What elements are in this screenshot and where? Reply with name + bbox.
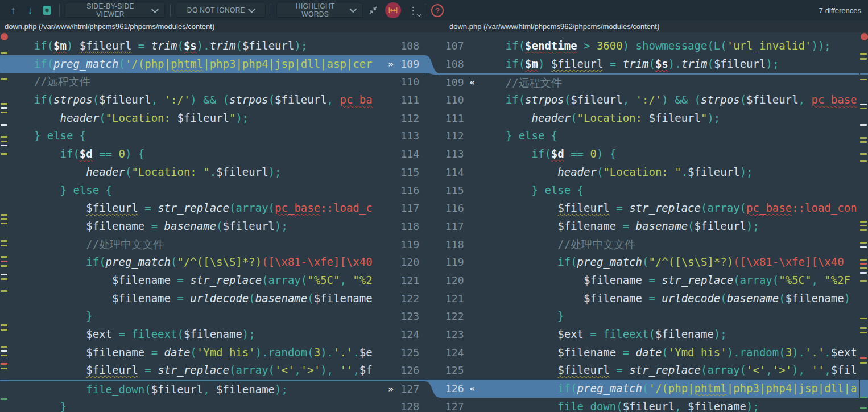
code-line-l-111[interactable]: if(strpos($fileurl, ':/') && (strpos($fi… [8, 91, 425, 109]
ignore-policy-dropdown[interactable]: DO NOT IGNORE [176, 3, 266, 18]
stripe-mark[interactable] [860, 362, 867, 364]
code-line-l-121[interactable]: $filename = str_replace(array("%5C", "%2… [8, 271, 425, 290]
code-line-l-117[interactable]: $fileurl = str_replace(array(pc_base::lo… [8, 199, 425, 217]
left-editor[interactable]: if($m) $fileurl = trim($s).trim($fileurl… [8, 32, 425, 412]
stripe-mark[interactable] [860, 332, 867, 333]
code-line-l-128[interactable]: }128 [8, 398, 425, 412]
stripe-mark[interactable] [1, 136, 7, 138]
stripe-mark[interactable] [1, 329, 7, 331]
stripe-mark[interactable] [1, 214, 7, 216]
viewer-mode-dropdown[interactable]: SIDE-BY-SIDE VIEWER [65, 3, 165, 18]
stripe-mark[interactable] [860, 380, 868, 398]
stripe-mark[interactable] [0, 55, 8, 73]
apply-change-chevron[interactable]: » [383, 381, 398, 398]
stripe-mark[interactable] [860, 137, 867, 139]
code-line-r-109[interactable]: 109« //远程文件 [440, 73, 859, 91]
apply-change-chevron[interactable]: « [465, 380, 480, 398]
code-line-l-112[interactable]: header("Location: $fileurl");112 [8, 109, 425, 127]
code-line-l-114[interactable]: if($d == 0) {114 [8, 145, 425, 163]
stripe-mark[interactable] [860, 153, 867, 155]
code-line-r-118[interactable]: 118 //处理中文文件 [440, 236, 859, 254]
code-line-l-118[interactable]: $filename = basename($fileurl);118 [8, 217, 425, 236]
error-indicator-ball[interactable] [861, 33, 868, 40]
stripe-mark[interactable] [860, 263, 867, 265]
stripe-mark[interactable] [860, 160, 867, 162]
stripe-mark[interactable] [1, 261, 7, 262]
stripe-mark[interactable] [0, 380, 8, 381]
code-line-r-108[interactable]: 108 if($m) $fileurl = trim($s).trim($fil… [440, 55, 859, 73]
stripe-mark[interactable] [1, 78, 7, 80]
code-line-l-108[interactable]: if($m) $fileurl = trim($s).trim($fileurl… [8, 37, 425, 55]
next-difference-button[interactable]: ↓ [22, 3, 39, 18]
code-line-r-120[interactable]: 120 $filename = str_replace(array("%5C",… [440, 271, 859, 290]
code-line-l-115[interactable]: header("Location: ".$fileurl);115 [8, 163, 425, 182]
right-editor[interactable]: 107 if($endtime > 3600) showmessage(L('u… [440, 32, 859, 412]
stripe-mark[interactable] [1, 103, 7, 105]
synchronize-scrolling-button[interactable] [385, 2, 401, 18]
more-options-button[interactable]: ⋮ [404, 3, 421, 18]
stripe-mark[interactable] [1, 398, 7, 400]
stripe-mark[interactable] [860, 108, 867, 109]
stripe-mark[interactable] [860, 246, 867, 248]
code-line-l-124[interactable]: $ext = fileext($filename);124 [8, 326, 425, 344]
code-line-l-113[interactable]: } else {113 [8, 127, 425, 145]
stripe-mark[interactable] [860, 73, 868, 75]
stripe-mark[interactable] [1, 153, 7, 155]
stripe-mark[interactable] [860, 259, 867, 261]
code-line-r-114[interactable]: 114 header("Location: ".$fileurl); [440, 163, 859, 182]
code-line-l-110[interactable]: //远程文件110 [8, 73, 425, 91]
stripe-mark[interactable] [1, 274, 7, 275]
code-line-l-125[interactable]: $filename = date('Ymd_his').random(3).'.… [8, 344, 425, 362]
code-line-l-127[interactable]: file_down($fileurl, $filename);»127 [8, 380, 425, 398]
highlight-mode-dropdown[interactable]: HIGHLIGHT WORDS [276, 3, 363, 18]
code-line-l-116[interactable]: } else {116 [8, 182, 425, 200]
code-line-r-116[interactable]: 116 $fileurl = str_replace(array(pc_base… [440, 199, 859, 217]
stripe-mark[interactable] [860, 141, 867, 143]
help-button[interactable]: ? [429, 3, 446, 18]
jump-to-source-button[interactable] [39, 3, 56, 18]
code-line-r-126[interactable]: 126« if(preg_match('/(php|phtml|php3|php… [440, 380, 859, 398]
code-line-r-112[interactable]: 112 } else { [440, 127, 859, 145]
stripe-mark[interactable] [860, 124, 867, 126]
code-line-r-107[interactable]: 107 if($endtime > 3600) showmessage(L('u… [440, 37, 859, 55]
stripe-mark[interactable] [1, 324, 7, 326]
stripe-mark[interactable] [860, 407, 867, 409]
previous-difference-button[interactable]: ↑ [5, 3, 22, 18]
stripe-mark[interactable] [860, 280, 867, 282]
stripe-mark[interactable] [860, 229, 867, 231]
stripe-mark[interactable] [860, 58, 867, 60]
stripe-mark[interactable] [1, 363, 7, 365]
code-line-r-110[interactable]: 110 if(strpos($fileurl, ':/') && (strpos… [440, 91, 859, 109]
error-indicator-ball[interactable] [1, 33, 8, 40]
stripe-mark[interactable] [1, 112, 7, 113]
code-line-l-109[interactable]: if(preg_match('/(php|phtml|php3|php4|jsp… [8, 55, 425, 73]
code-line-r-113[interactable]: 113 if($d == 0) { [440, 145, 859, 163]
stripe-mark[interactable] [1, 218, 7, 220]
code-line-r-123[interactable]: 123 $ext = fileext($filename); [440, 326, 859, 344]
stripe-mark[interactable] [860, 267, 867, 269]
code-line-r-125[interactable]: 125 $fileurl = str_replace(array('<','>'… [440, 361, 859, 380]
stripe-mark[interactable] [860, 53, 867, 55]
stripe-mark[interactable] [1, 245, 7, 246]
code-line-r-115[interactable]: 115 } else { [440, 182, 859, 200]
stripe-mark[interactable] [860, 357, 867, 359]
stripe-mark[interactable] [860, 272, 867, 274]
stripe-mark[interactable] [860, 242, 867, 244]
stripe-mark[interactable] [1, 278, 7, 280]
code-line-l-122[interactable]: $filename = urldecode(basename($filename… [8, 290, 425, 308]
stripe-mark[interactable] [860, 318, 867, 319]
stripe-mark[interactable] [1, 52, 7, 54]
stripe-mark[interactable] [860, 225, 867, 226]
code-line-r-124[interactable]: 124 $filename = date('Ymd_his').random(3… [440, 344, 859, 362]
code-line-r-121[interactable]: 121 $filename = urldecode(basename($file… [440, 290, 859, 308]
code-line-r-117[interactable]: 117 $filename = basename($fileurl); [440, 217, 859, 236]
stripe-mark[interactable] [860, 397, 867, 398]
stripe-mark[interactable] [1, 256, 7, 258]
stripe-mark[interactable] [1, 350, 7, 352]
stripe-mark[interactable] [860, 79, 867, 80]
stripe-mark[interactable] [1, 355, 7, 356]
code-line-r-122[interactable]: 122 } [440, 307, 859, 326]
stripe-mark[interactable] [1, 265, 7, 267]
apply-change-chevron[interactable]: » [383, 55, 398, 73]
stripe-mark[interactable] [1, 124, 7, 126]
